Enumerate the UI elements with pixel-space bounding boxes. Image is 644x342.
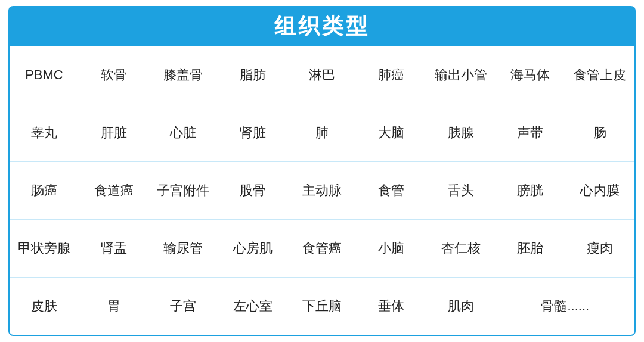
table-cell: 肾盂: [79, 220, 148, 278]
table-cell: 主动脉: [287, 161, 357, 219]
page-title: 组织类型: [274, 12, 370, 41]
table-cell: 肝脏: [79, 104, 148, 161]
table-cell: 肌肉: [426, 278, 496, 335]
table-cell: 肺癌: [357, 46, 426, 104]
table-cell: 舌头: [426, 161, 496, 219]
table-cell: 胰腺: [426, 104, 496, 161]
table-cell: 肠癌: [10, 161, 79, 219]
table-cell: 软骨: [79, 46, 148, 104]
table-row: 睾丸肝脏心脏肾脏肺大脑胰腺声带肠: [10, 104, 634, 161]
table-cell: 左心室: [218, 278, 287, 335]
table-cell: 食管上皮: [565, 46, 635, 104]
table-cell: 膝盖骨: [148, 46, 218, 104]
table-container: PBMC软骨膝盖骨脂肪淋巴肺癌输出小管海马体食管上皮睾丸肝脏心脏肾脏肺大脑胰腺声…: [8, 46, 636, 336]
table-cell: 食管: [357, 161, 426, 219]
table-cell: PBMC: [10, 46, 79, 104]
table-cell: 皮肤: [10, 278, 79, 335]
table-cell: 心内膜: [565, 161, 635, 219]
table-cell: 大脑: [357, 104, 426, 161]
table-cell: 脂肪: [218, 46, 287, 104]
table-cell: 胃: [79, 278, 148, 335]
table-cell: 甲状旁腺: [10, 220, 79, 278]
table-row: PBMC软骨膝盖骨脂肪淋巴肺癌输出小管海马体食管上皮: [10, 46, 634, 104]
table-row: 肠癌食道癌子宫附件股骨主动脉食管舌头膀胱心内膜: [10, 161, 634, 219]
table-cell: 输尿管: [148, 220, 218, 278]
table-cell: 心脏: [148, 104, 218, 161]
table-cell: 输出小管: [426, 46, 496, 104]
table-cell: 膀胱: [496, 161, 565, 219]
table-row: 甲状旁腺肾盂输尿管心房肌食管癌小脑杏仁核胚胎瘦肉: [10, 220, 634, 278]
table-cell: 肠: [565, 104, 635, 161]
page-wrapper: 组织类型 PBMC软骨膝盖骨脂肪淋巴肺癌输出小管海马体食管上皮睾丸肝脏心脏肾脏肺…: [0, 0, 644, 342]
table-cell: 睾丸: [10, 104, 79, 161]
table-cell: 瘦肉: [565, 220, 635, 278]
table-cell: 垂体: [357, 278, 426, 335]
table-cell: 肾脏: [218, 104, 287, 161]
table-cell: 肺: [287, 104, 357, 161]
table-cell: 食道癌: [79, 161, 148, 219]
table-cell: 股骨: [218, 161, 287, 219]
table-cell: 子宫: [148, 278, 218, 335]
table-cell: 胚胎: [496, 220, 565, 278]
table-cell: 小脑: [357, 220, 426, 278]
table-cell: 声带: [496, 104, 565, 161]
tissue-table: PBMC软骨膝盖骨脂肪淋巴肺癌输出小管海马体食管上皮睾丸肝脏心脏肾脏肺大脑胰腺声…: [10, 46, 634, 335]
table-cell: 心房肌: [218, 220, 287, 278]
table-cell: 杏仁核: [426, 220, 496, 278]
table-row: 皮肤胃子宫左心室下丘脑垂体肌肉骨髓......: [10, 278, 634, 335]
table-cell: 海马体: [496, 46, 565, 104]
table-cell: 食管癌: [287, 220, 357, 278]
table-cell: 淋巴: [287, 46, 357, 104]
table-cell: 骨髓......: [496, 278, 634, 335]
table-cell: 下丘脑: [287, 278, 357, 335]
table-cell: 子宫附件: [148, 161, 218, 219]
header: 组织类型: [8, 6, 636, 46]
